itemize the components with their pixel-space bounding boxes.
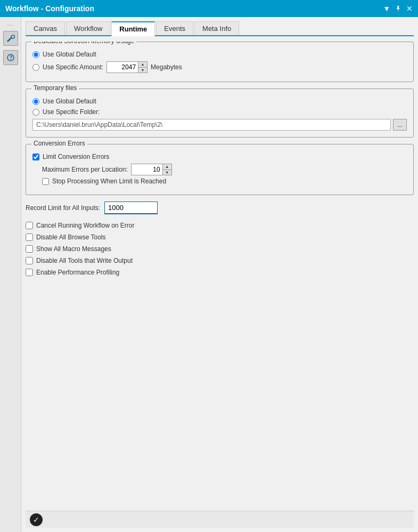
pin-button[interactable]: 🖈 [395, 4, 402, 13]
use-specific-amount-label: Use Specific Amount: [43, 63, 103, 71]
use-global-default-radio[interactable] [32, 51, 39, 58]
max-errors-up-button[interactable]: ▲ [163, 164, 171, 170]
record-limit-label: Record Limit for All Inputs: [26, 204, 100, 212]
use-global-default-label: Use Global Default [43, 51, 96, 58]
enable-perf-row: Enable Performance Profiling [26, 269, 414, 276]
temp-global-radio-row: Use Global Default [32, 98, 407, 105]
stop-processing-row: Stop Processing When Limit is Reached [42, 178, 407, 185]
sidebar-dots: ... [7, 21, 13, 27]
stop-processing-label: Stop Processing When Limit is Reached [52, 178, 166, 185]
enable-perf-label: Enable Performance Profiling [36, 269, 119, 276]
main-container: ... ? Canvas Workflow Runtime Events Met… [0, 17, 418, 532]
megabytes-label: Megabytes [151, 63, 182, 71]
tabs-bar: Canvas Workflow Runtime Events Meta Info [26, 21, 414, 36]
tab-metainfo[interactable]: Meta Info [194, 21, 239, 35]
memory-amount-input[interactable]: 2047 [106, 61, 138, 73]
max-errors-label: Maximum Errors per Location: [42, 166, 128, 173]
max-errors-spinner: 10 ▲ ▼ [131, 164, 172, 175]
disable-write-row: Disable All Tools that Write Output [26, 257, 414, 264]
title-bar-controls: ▼ 🖈 ✕ [383, 4, 413, 13]
cancel-running-label: Cancel Running Workflow on Error [36, 222, 135, 229]
tab-workflow[interactable]: Workflow [66, 21, 110, 35]
memory-up-button[interactable]: ▲ [138, 62, 147, 68]
left-sidebar: ... ? [0, 17, 21, 532]
browse-button[interactable]: ... [393, 119, 407, 131]
disable-browse-label: Disable All Browse Tools [36, 233, 106, 241]
svg-text:?: ? [9, 55, 12, 61]
record-limit-row: Record Limit for All Inputs: 1000 [26, 201, 414, 214]
temp-files-group: Temporary files Use Global Default Use S… [26, 88, 414, 138]
wrench-icon[interactable] [3, 31, 18, 46]
sort-join-group: Dedicated Sort/Join Memory Usage Use Glo… [26, 42, 414, 82]
temp-specific-radio[interactable] [32, 109, 39, 116]
use-specific-amount-radio[interactable] [32, 64, 39, 71]
cancel-running-checkbox[interactable] [26, 222, 33, 229]
record-limit-input[interactable]: 1000 [104, 201, 158, 214]
memory-down-button[interactable]: ▼ [138, 68, 147, 73]
folder-path-input[interactable]: C:\Users\daniel.brun\AppData\Local\Temp\… [32, 119, 391, 131]
folder-path-row: C:\Users\daniel.brun\AppData\Local\Temp\… [32, 119, 407, 131]
max-errors-input[interactable]: 10 [131, 164, 163, 175]
sort-join-title: Dedicated Sort/Join Memory Usage [31, 42, 136, 45]
show-macro-checkbox[interactable] [26, 245, 33, 253]
temp-global-label: Use Global Default [43, 98, 96, 105]
status-check-icon: ✓ [30, 513, 43, 526]
tab-events[interactable]: Events [156, 21, 193, 35]
cancel-running-row: Cancel Running Workflow on Error [26, 222, 414, 229]
memory-spinner-buttons: ▲ ▼ [138, 61, 147, 73]
disable-write-checkbox[interactable] [26, 257, 33, 264]
limit-conversion-row: Limit Conversion Errors [32, 153, 407, 160]
stop-processing-checkbox[interactable] [42, 178, 49, 185]
tab-runtime[interactable]: Runtime [111, 21, 155, 36]
tab-canvas[interactable]: Canvas [26, 21, 65, 35]
checkbox-options-list: Cancel Running Workflow on Error Disable… [26, 222, 414, 276]
temp-specific-radio-row: Use Specific Folder: [32, 108, 407, 116]
use-global-default-radio-row: Use Global Default [32, 51, 407, 58]
limit-conversion-label: Limit Conversion Errors [43, 153, 109, 160]
disable-write-label: Disable All Tools that Write Output [36, 257, 133, 264]
tab-content-runtime: Dedicated Sort/Join Memory Usage Use Glo… [26, 42, 414, 511]
close-button[interactable]: ✕ [406, 4, 413, 13]
window-title: Workflow - Configuration [5, 4, 94, 13]
title-bar: Workflow - Configuration ▼ 🖈 ✕ [0, 0, 418, 17]
temp-specific-label: Use Specific Folder: [43, 108, 100, 116]
dropdown-button[interactable]: ▼ [383, 4, 390, 13]
content-area: Canvas Workflow Runtime Events Meta Info… [21, 17, 418, 532]
show-macro-row: Show All Macro Messages [26, 245, 414, 253]
conversion-errors-title: Conversion Errors [31, 140, 87, 147]
help-icon[interactable]: ? [3, 50, 18, 65]
use-specific-amount-row: Use Specific Amount: 2047 ▲ ▼ Megabytes [32, 61, 407, 73]
show-macro-label: Show All Macro Messages [36, 245, 111, 253]
conversion-errors-group: Conversion Errors Limit Conversion Error… [26, 144, 414, 195]
max-errors-row: Maximum Errors per Location: 10 ▲ ▼ [42, 164, 407, 175]
memory-amount-spinner: 2047 ▲ ▼ [106, 61, 147, 73]
bottom-bar: ✓ [26, 511, 414, 528]
max-errors-down-button[interactable]: ▼ [163, 170, 171, 175]
max-errors-spinner-buttons: ▲ ▼ [163, 164, 172, 175]
disable-browse-checkbox[interactable] [26, 233, 33, 241]
temp-global-radio[interactable] [32, 98, 39, 105]
limit-conversion-checkbox[interactable] [32, 154, 39, 160]
enable-perf-checkbox[interactable] [26, 269, 33, 276]
temp-files-title: Temporary files [31, 84, 79, 92]
disable-browse-row: Disable All Browse Tools [26, 233, 414, 241]
